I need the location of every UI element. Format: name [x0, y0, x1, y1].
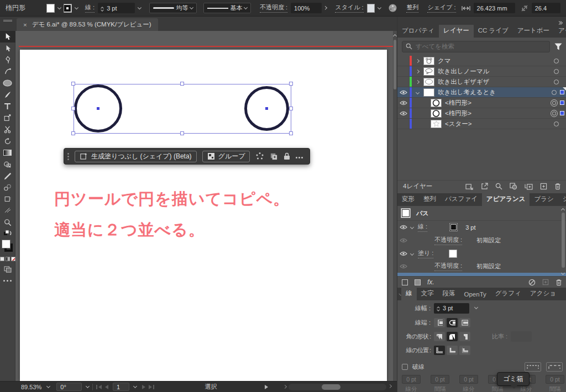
tab-cc-libraries[interactable]: CC ライブ: [474, 25, 513, 38]
selection-handle-n[interactable]: [180, 82, 184, 86]
target-icon[interactable]: [554, 59, 559, 63]
selection-chip[interactable]: [560, 100, 564, 105]
add-new-stroke-icon[interactable]: [402, 279, 408, 285]
layer-row-star[interactable]: <スター>: [397, 119, 566, 129]
last-artboard-nav[interactable]: [149, 385, 154, 389]
layer-name[interactable]: 吹き出しギザギザ: [438, 78, 490, 86]
layer-row-kuma[interactable]: クマ: [397, 56, 566, 66]
visibility-toggle[interactable]: [397, 87, 410, 97]
blend-tool[interactable]: [0, 182, 15, 193]
stroke-width-dropdown-icon[interactable]: [474, 305, 478, 309]
align-stroke-inside-button[interactable]: [447, 346, 458, 355]
artboard-number-field[interactable]: 1: [113, 383, 129, 391]
target-icon[interactable]: [554, 121, 559, 126]
export-icon[interactable]: [481, 183, 488, 190]
tab-layers[interactable]: レイヤー: [439, 25, 474, 38]
lock-icon[interactable]: [284, 152, 290, 160]
layer-row-fukidashi-normal[interactable]: 吹き出しノーマル: [397, 66, 566, 77]
opacity-visibility-icon[interactable]: [397, 260, 410, 273]
fill-visibility-icon[interactable]: [397, 247, 410, 260]
target-icon[interactable]: [554, 80, 559, 84]
recolor-icon[interactable]: [255, 152, 264, 161]
style-dropdown-icon[interactable]: [378, 6, 381, 9]
tab-graphic-styles[interactable]: グラフィ: [491, 288, 526, 300]
round-cap-button[interactable]: [447, 318, 458, 327]
layer-row-fukidashi-kangaeru[interactable]: 吹き出し考えるとき: [397, 87, 566, 98]
appearance-scrollbar[interactable]: [561, 207, 565, 274]
layer-row-fukidashi-gizagiza[interactable]: 吹き出しギザギザ: [397, 77, 566, 87]
layers-search-input[interactable]: [416, 43, 526, 50]
fill-indicator[interactable]: [2, 240, 11, 248]
tab-actions[interactable]: アクショ: [526, 288, 560, 300]
swap-fill-stroke-icon[interactable]: [0, 228, 15, 238]
selection-chip[interactable]: [560, 111, 564, 115]
layer-name[interactable]: 吹き出し考えるとき: [438, 88, 496, 97]
layer-name[interactable]: <スター>: [445, 120, 471, 128]
next-artboard-nav[interactable]: [142, 385, 145, 389]
tab-brushes[interactable]: ブラシ: [530, 193, 558, 206]
stroke-expand-icon[interactable]: [410, 225, 414, 229]
shape-link[interactable]: シェイプ :: [427, 3, 455, 13]
first-artboard-nav[interactable]: [96, 385, 102, 389]
color-mode-buttons[interactable]: [0, 255, 15, 263]
stroke-width-field[interactable]: 3 pt: [434, 303, 469, 314]
expand-icon[interactable]: [416, 59, 420, 62]
tab-transform[interactable]: 変形: [397, 193, 419, 206]
appearance-stroke-value[interactable]: 3 pt: [465, 224, 475, 231]
canvas[interactable]: 生成塗りつぶし (シェイプ) (Beta) グループ 円ツールで円を描いてコピペ…: [15, 31, 397, 381]
expand-icon[interactable]: [416, 80, 420, 83]
gradient-tool[interactable]: [0, 147, 15, 158]
appearance-fill-label[interactable]: 塗り :: [418, 249, 433, 258]
selection-handle-ne[interactable]: [289, 82, 293, 86]
preserve-dash-button[interactable]: [525, 362, 541, 372]
hscroll-left-icon[interactable]: [282, 385, 286, 389]
layer-name[interactable]: 吹き出しノーマル: [438, 67, 489, 76]
butt-cap-button[interactable]: [434, 318, 445, 327]
generative-fill-button[interactable]: 生成塗りつぶし (シェイプ) (Beta): [75, 151, 197, 162]
bevel-join-button[interactable]: [459, 332, 470, 341]
tab-pathfinder[interactable]: パスファイ: [441, 193, 482, 206]
add-new-fill-icon[interactable]: [415, 279, 421, 285]
duplicate-item-icon[interactable]: [542, 279, 549, 285]
target-icon[interactable]: [552, 101, 556, 105]
tab-opentype[interactable]: OpenTy: [460, 289, 491, 300]
expand-icon[interactable]: [416, 69, 420, 73]
collapse-icon[interactable]: [416, 90, 420, 94]
zoom-level[interactable]: 89.53%: [21, 384, 41, 390]
clipping-mask-icon[interactable]: [510, 183, 517, 190]
direct-selection-tool[interactable]: [0, 43, 15, 54]
clear-appearance-icon[interactable]: [528, 279, 536, 286]
recolor-artwork-icon[interactable]: [388, 3, 397, 13]
selection-handle-e[interactable]: [289, 107, 293, 110]
dashed-line-label[interactable]: 破線: [412, 363, 424, 371]
layer-name[interactable]: <楕円形>: [445, 109, 471, 118]
ellipse-tool[interactable]: [0, 77, 15, 89]
stroke-weight-dropdown-icon[interactable]: [137, 6, 141, 9]
stroke-opacity-label[interactable]: 不透明度 :: [434, 236, 462, 245]
visibility-toggle[interactable]: [397, 66, 410, 76]
hscroll-thumb[interactable]: [322, 384, 340, 390]
opacity-expand-icon[interactable]: [323, 6, 327, 10]
layer-name[interactable]: クマ: [438, 57, 451, 65]
brush-definition-dropdown[interactable]: 基本: [203, 3, 251, 13]
target-icon[interactable]: [552, 90, 557, 95]
appearance-fill-swatch[interactable]: [449, 250, 457, 258]
tab-appearance[interactable]: アピアランス: [482, 193, 530, 206]
eyedropper-tool[interactable]: [0, 170, 15, 182]
miter-join-button[interactable]: [434, 332, 445, 341]
zoom-dropdown-icon[interactable]: [46, 384, 50, 388]
rotation-field[interactable]: 0°: [56, 383, 82, 391]
selection-handle-se[interactable]: [289, 131, 293, 135]
style-swatch[interactable]: [367, 4, 375, 13]
locate-object-icon[interactable]: [495, 183, 502, 190]
selection-handle-nw[interactable]: [71, 82, 75, 86]
shape-height-field[interactable]: 26.4: [532, 3, 560, 13]
tab-scroll-left-icon[interactable]: [399, 293, 401, 295]
tab-align[interactable]: 整列: [419, 193, 441, 206]
close-tab-icon[interactable]: ×: [23, 22, 27, 28]
align-dash-button[interactable]: [546, 362, 563, 372]
opacity-visibility-icon[interactable]: [397, 234, 410, 247]
status-expand-icon[interactable]: [265, 385, 268, 389]
artboard-tool[interactable]: [0, 193, 15, 205]
slice-tool[interactable]: [0, 205, 15, 216]
